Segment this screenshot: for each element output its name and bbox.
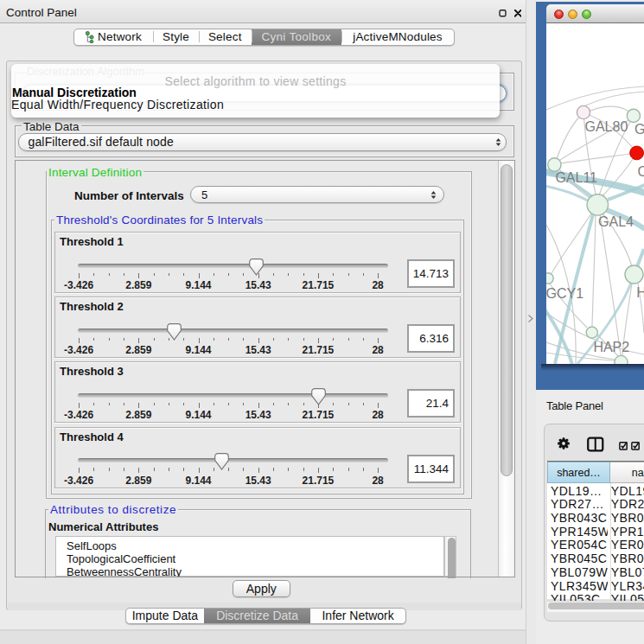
svg-text:HIS: HIS (636, 285, 644, 300)
svg-text:CDC: CDC (638, 164, 644, 179)
svg-text:GAL4: GAL4 (598, 214, 634, 229)
svg-text:GAL11: GAL11 (555, 170, 597, 185)
svg-text:GAL4: GAL4 (634, 122, 644, 137)
svg-text:HAP2: HAP2 (593, 340, 629, 354)
svg-text:GCY1: GCY1 (546, 286, 583, 301)
svg-text:GAL80: GAL80 (585, 119, 628, 134)
